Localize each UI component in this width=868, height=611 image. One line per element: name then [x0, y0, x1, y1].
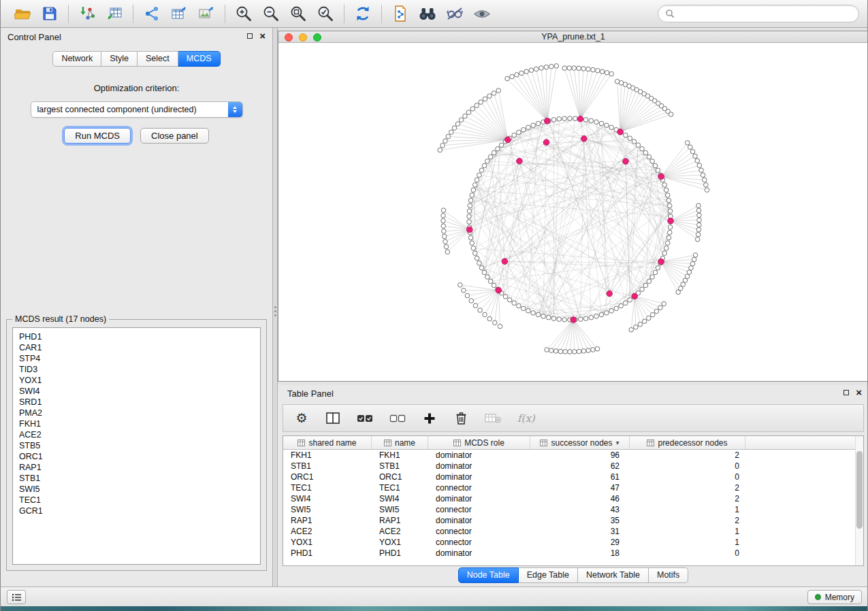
search-icon — [665, 9, 675, 18]
toolbar-separator — [381, 5, 382, 23]
main-toolbar — [1, 0, 867, 28]
select-all-checkboxes-icon[interactable] — [357, 410, 373, 427]
zoom-in-icon[interactable] — [230, 3, 257, 24]
search-box[interactable] — [658, 5, 859, 22]
splitter-handle-icon — [274, 304, 276, 318]
scrollbar-thumb[interactable] — [856, 451, 863, 529]
table-row[interactable]: TEC1 TEC1 connector 47 2 — [283, 482, 855, 493]
tab-motifs[interactable]: Motifs — [649, 567, 688, 583]
tab-node-table[interactable]: Node Table — [458, 567, 519, 583]
open-session-icon[interactable] — [9, 3, 36, 24]
mcds-result-item[interactable]: RAP1 — [19, 462, 260, 473]
unselect-all-checkboxes-icon[interactable] — [389, 410, 406, 427]
status-bar: Memory — [1, 587, 868, 606]
column-type-icon — [540, 440, 547, 446]
mcds-result-item[interactable]: SWI4 — [19, 386, 260, 397]
mcds-result-item[interactable]: GCR1 — [19, 506, 260, 516]
import-table-icon[interactable] — [101, 3, 128, 24]
tab-mcds[interactable]: MCDS — [178, 51, 221, 67]
import-network-icon[interactable] — [74, 3, 101, 24]
mcds-result-item[interactable]: ACE2 — [19, 429, 260, 440]
mcds-result-item[interactable]: SRD1 — [19, 397, 260, 408]
table-row[interactable]: ACE2 ACE2 connector 31 1 — [283, 526, 855, 537]
export-network-icon[interactable] — [138, 3, 165, 24]
mcds-result-group: MCDS result (17 nodes) PHD1CAR1STP4TID3Y… — [6, 319, 267, 571]
zoom-selected-icon[interactable] — [312, 3, 339, 24]
zoom-fit-icon[interactable] — [285, 3, 312, 24]
mcds-result-item[interactable]: FKH1 — [19, 418, 260, 429]
network-window-titlebar[interactable]: YPA_prune.txt_1 — [278, 31, 868, 43]
table-row[interactable]: RAP1 RAP1 dominator 35 2 — [283, 515, 855, 526]
table-row[interactable]: STB1 STB1 dominator 62 0 — [283, 461, 855, 472]
mcds-result-list[interactable]: PHD1CAR1STP4TID3YOX1SWI4SRD1PMA2FKH1ACE2… — [12, 327, 261, 565]
tab-style[interactable]: Style — [101, 51, 138, 67]
control-panel-tabs: Network Style Select MCDS — [1, 51, 272, 67]
table-body: FKH1 FKH1 dominator 96 2 STB1 STB1 domin… — [283, 450, 855, 559]
search-binoculars-icon[interactable] — [414, 3, 441, 24]
mcds-result-item[interactable]: TID3 — [19, 364, 260, 375]
table-row[interactable]: SWI5 SWI5 connector 43 1 — [283, 504, 855, 515]
share-document-icon[interactable] — [387, 3, 414, 24]
table-settings-gear-icon[interactable]: ⚙ — [294, 410, 309, 427]
network-canvas[interactable] — [278, 43, 868, 381]
split-column-icon[interactable] — [325, 410, 340, 427]
table-row[interactable]: PHD1 PHD1 dominator 18 0 — [283, 548, 855, 559]
table-panel-title: Table Panel — [287, 389, 334, 399]
tab-edge-table[interactable]: Edge Table — [519, 567, 578, 583]
export-table-icon[interactable] — [165, 3, 193, 24]
table-row[interactable]: YOX1 YOX1 connector 29 1 — [283, 537, 855, 548]
mcds-result-item[interactable]: STB5 — [19, 440, 260, 451]
mcds-result-item[interactable]: TEC1 — [19, 495, 260, 506]
table-header-row: shared name name MCDS role successor nod… — [283, 436, 855, 450]
table-row[interactable]: ORC1 ORC1 dominator 61 0 — [283, 472, 855, 482]
zoom-out-icon[interactable] — [257, 3, 285, 24]
column-header-predecessor-nodes[interactable]: predecessor nodes — [630, 436, 745, 449]
export-image-icon[interactable] — [193, 3, 220, 24]
delete-trash-icon[interactable] — [453, 410, 468, 427]
column-header-name[interactable]: name — [372, 436, 428, 449]
minimize-window-icon[interactable] — [299, 33, 307, 42]
column-header-successor-nodes[interactable]: successor nodes ▾ — [530, 436, 630, 449]
table-row[interactable]: SWI4 SWI4 dominator 46 2 — [283, 493, 855, 504]
mcds-result-item[interactable]: YOX1 — [19, 375, 260, 386]
tab-network[interactable]: Network — [52, 51, 101, 67]
memory-button[interactable]: Memory — [807, 590, 862, 604]
vertical-splitter[interactable] — [273, 28, 278, 587]
tab-network-table[interactable]: Network Table — [578, 567, 649, 583]
float-panel-icon[interactable] — [247, 33, 253, 39]
close-panel-icon[interactable]: × — [259, 33, 266, 39]
close-table-panel-icon[interactable]: × — [856, 389, 862, 396]
table-scrollbar[interactable] — [855, 436, 863, 565]
mcds-result-item[interactable]: PHD1 — [19, 331, 260, 342]
refresh-view-icon[interactable] — [349, 3, 376, 24]
mcds-result-item[interactable]: STB1 — [19, 473, 260, 484]
close-window-icon[interactable] — [285, 33, 293, 42]
add-row-plus-icon[interactable] — [422, 410, 437, 427]
optimization-criterion-select[interactable]: largest connected component (undirected) — [31, 101, 243, 118]
toolbar-separator — [68, 5, 69, 23]
network-window-title: YPA_prune.txt_1 — [278, 31, 868, 42]
network-graph[interactable] — [278, 43, 868, 381]
float-table-panel-icon[interactable] — [843, 390, 849, 395]
mcds-result-item[interactable]: STP4 — [19, 353, 260, 364]
mcds-result-item[interactable]: PMA2 — [19, 408, 260, 418]
table-row[interactable]: FKH1 FKH1 dominator 96 2 — [283, 450, 855, 461]
close-panel-button[interactable]: Close panel — [140, 128, 209, 144]
mcds-result-item[interactable]: SWI5 — [19, 484, 260, 495]
column-header-shared-name[interactable]: shared name — [283, 436, 372, 449]
search-input[interactable] — [679, 9, 852, 18]
mcds-result-item[interactable]: ORC1 — [19, 451, 260, 462]
show-panels-menu-button[interactable] — [7, 590, 26, 604]
hide-selected-icon[interactable] — [441, 3, 468, 24]
save-session-icon[interactable] — [36, 3, 63, 24]
mcds-result-item[interactable]: CAR1 — [19, 342, 260, 353]
column-type-icon — [647, 440, 654, 446]
show-hidden-icon[interactable] — [468, 3, 496, 24]
list-menu-icon — [12, 593, 22, 601]
column-header-mcds-role[interactable]: MCDS role — [428, 436, 530, 449]
run-mcds-button[interactable]: Run MCDS — [64, 128, 131, 144]
tab-select[interactable]: Select — [138, 51, 178, 67]
node-table: shared name name MCDS role successor nod… — [283, 435, 864, 566]
memory-label: Memory — [825, 593, 854, 602]
maximize-window-icon[interactable] — [313, 33, 321, 42]
